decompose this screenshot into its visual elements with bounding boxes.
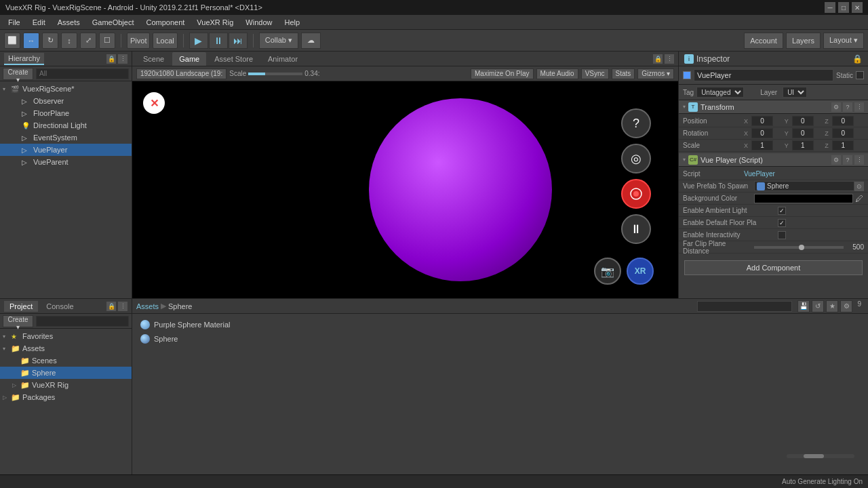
inspector-lock-button[interactable]: 🔒: [852, 54, 863, 64]
game-lock[interactable]: 🔒: [653, 54, 663, 64]
script-settings[interactable]: ⚙: [831, 155, 841, 165]
maximize-button[interactable]: □: [838, 2, 849, 13]
layers-button[interactable]: Layers: [786, 33, 821, 49]
tab-project[interactable]: Project: [4, 301, 38, 312]
asset-save-button[interactable]: 💾: [797, 300, 810, 312]
account-button[interactable]: Account: [744, 33, 783, 49]
project-more[interactable]: ⋮: [118, 302, 127, 311]
rot-z[interactable]: [832, 128, 854, 138]
interactivity-checkbox[interactable]: [778, 231, 786, 239]
tree-vueplayer[interactable]: ▷ VuePlayer: [0, 144, 132, 156]
asset-settings-button[interactable]: ⚙: [840, 300, 852, 312]
default-floor-checkbox[interactable]: [778, 219, 786, 227]
project-search[interactable]: [36, 316, 129, 327]
collab-button[interactable]: Collab ▾: [259, 33, 298, 49]
menu-help[interactable]: Help: [279, 17, 305, 28]
tab-asset-store[interactable]: Asset Store: [208, 52, 260, 66]
layout-button[interactable]: Layout ▾: [823, 33, 864, 49]
tool-rect[interactable]: ⤢: [80, 33, 96, 49]
pos-x[interactable]: [751, 116, 773, 126]
tag-select[interactable]: Untagged: [696, 87, 744, 98]
ptree-assets[interactable]: ▾ 📁 Assets: [0, 342, 132, 354]
ptree-favorites[interactable]: ▾ ★ Favorites: [0, 330, 132, 342]
rot-x[interactable]: [751, 128, 773, 138]
tab-animator[interactable]: Animator: [261, 52, 304, 66]
asset-sphere[interactable]: Sphere: [138, 332, 863, 346]
layer-select[interactable]: UI: [783, 87, 807, 98]
tool-transform[interactable]: ☐: [99, 33, 115, 49]
tool-quat[interactable]: ⬜: [4, 33, 20, 49]
background-color-swatch[interactable]: [754, 194, 853, 203]
ptree-sphere[interactable]: 📁 Sphere: [0, 367, 132, 379]
project-create-button[interactable]: Create ▾: [3, 315, 33, 327]
tab-console[interactable]: Console: [41, 301, 79, 312]
asset-reload-button[interactable]: ↺: [812, 300, 824, 312]
menu-file[interactable]: File: [3, 17, 26, 28]
menu-window[interactable]: Window: [240, 17, 277, 28]
tool-rotate[interactable]: ↻: [42, 33, 58, 49]
play-button[interactable]: ▶: [189, 33, 208, 49]
scale-slider[interactable]: [248, 73, 302, 75]
tab-hierarchy[interactable]: Hierarchy: [4, 53, 44, 65]
menu-edit[interactable]: Edit: [27, 17, 51, 28]
scale-y[interactable]: [792, 140, 814, 150]
pos-z[interactable]: [832, 116, 854, 126]
close-overlay-button[interactable]: ✕: [143, 92, 165, 114]
ptree-scenes[interactable]: 📁 Scenes: [0, 354, 132, 367]
scale-x[interactable]: [751, 140, 773, 150]
pause-button[interactable]: ⏸: [209, 33, 228, 49]
vr-help-button[interactable]: ?: [621, 108, 651, 138]
script-more[interactable]: ⋮: [854, 155, 864, 165]
asset-star-button[interactable]: ★: [826, 300, 838, 312]
resolution-button[interactable]: 1920x1080 Landscape (19:: [136, 68, 226, 79]
tool-scale[interactable]: ↕: [61, 33, 77, 49]
hierarchy-search[interactable]: [36, 68, 129, 79]
menu-assets[interactable]: Assets: [52, 17, 85, 28]
static-checkbox[interactable]: [856, 71, 864, 79]
ptree-packages[interactable]: ▷ 📁 Packages: [0, 391, 132, 403]
ptree-vuexr-rig[interactable]: ▷ 📁 VueXR Rig: [0, 379, 132, 391]
minimize-button[interactable]: ─: [825, 2, 835, 13]
hierarchy-lock[interactable]: 🔒: [106, 54, 116, 64]
step-button[interactable]: ⏭: [229, 33, 248, 49]
local-button[interactable]: Local: [153, 33, 177, 49]
transform-settings[interactable]: ⚙: [831, 102, 841, 112]
stats[interactable]: Stats: [612, 68, 635, 79]
vr-target-button[interactable]: ◎: [621, 144, 651, 174]
tree-vuexrigscene[interactable]: ▾ 🎬 VuexRigScene*: [0, 83, 132, 95]
prefab-select-button[interactable]: ⊙: [854, 182, 864, 191]
tab-scene[interactable]: Scene: [136, 52, 171, 66]
object-name-input[interactable]: [694, 69, 833, 81]
add-component-button[interactable]: Add Component: [684, 260, 863, 275]
maximize-on-play[interactable]: Maximize On Play: [471, 68, 534, 79]
rot-y[interactable]: [792, 128, 814, 138]
cloud-button[interactable]: ☁: [301, 33, 321, 49]
vr-record-button[interactable]: [621, 179, 651, 209]
vsync[interactable]: VSync: [581, 68, 609, 79]
mute-audio[interactable]: Mute Audio: [536, 68, 578, 79]
tree-vueparent[interactable]: ▷ VueParent: [0, 156, 132, 168]
script-help[interactable]: ?: [843, 155, 852, 165]
transform-more[interactable]: ⋮: [854, 102, 864, 112]
transform-section-header[interactable]: ▾ T Transform ⚙ ? ⋮: [679, 100, 868, 114]
menu-vuexr[interactable]: VueXR Rig: [191, 17, 239, 28]
game-more[interactable]: ⋮: [665, 54, 674, 64]
prefab-value[interactable]: Sphere: [754, 181, 854, 191]
vueplayer-section-header[interactable]: ▾ C# Vue Player (Script) ⚙ ? ⋮: [679, 153, 868, 167]
object-active-checkbox[interactable]: [683, 71, 691, 79]
bottom-scrollbar[interactable]: [787, 454, 854, 458]
camera-button[interactable]: 📷: [594, 258, 621, 285]
pivot-button[interactable]: Pivot: [127, 33, 150, 49]
vr-pause-button[interactable]: ⏸: [621, 214, 651, 244]
menu-component[interactable]: Component: [140, 17, 190, 28]
tree-eventsystem[interactable]: ▷ EventSystem: [0, 131, 132, 144]
asset-search-input[interactable]: [697, 301, 792, 312]
pos-y[interactable]: [792, 116, 814, 126]
hierarchy-more[interactable]: ⋮: [118, 54, 127, 64]
hierarchy-create-button[interactable]: Create ▾: [3, 68, 33, 80]
clip-plane-slider[interactable]: [754, 246, 844, 249]
project-lock[interactable]: 🔒: [106, 302, 116, 311]
scale-z[interactable]: [832, 140, 854, 150]
ambient-light-checkbox[interactable]: [778, 207, 786, 215]
breadcrumb-assets[interactable]: Assets: [136, 302, 159, 310]
